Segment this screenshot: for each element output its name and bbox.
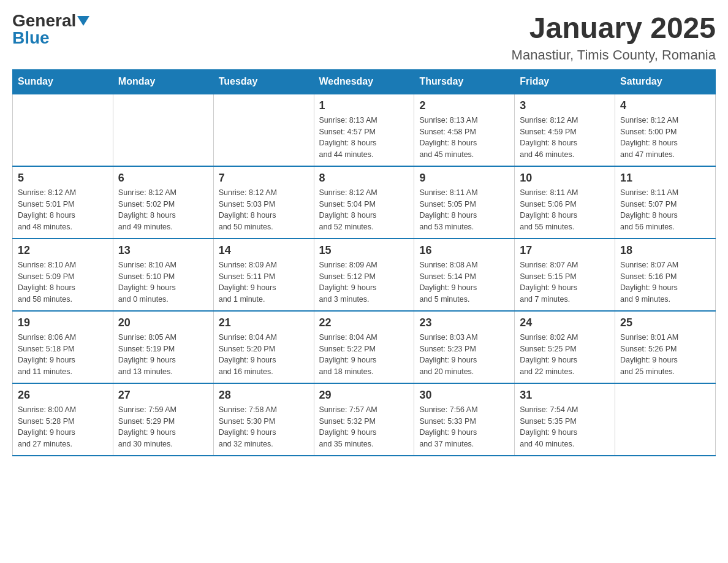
day-info: Sunrise: 7:59 AMSunset: 5:29 PMDaylight:… (118, 404, 208, 450)
day-info: Sunrise: 8:10 AMSunset: 5:10 PMDaylight:… (118, 259, 208, 305)
calendar-cell: 4Sunrise: 8:12 AMSunset: 5:00 PMDaylight… (615, 94, 716, 166)
logo-triangle-icon (77, 16, 89, 26)
weekday-header-saturday: Saturday (615, 69, 716, 94)
calendar-cell: 28Sunrise: 7:58 AMSunset: 5:30 PMDayligh… (213, 383, 314, 456)
calendar-cell: 7Sunrise: 8:12 AMSunset: 5:03 PMDaylight… (213, 166, 314, 239)
day-info: Sunrise: 8:10 AMSunset: 5:09 PMDaylight:… (18, 259, 108, 305)
logo-general-text: General (12, 12, 76, 29)
day-info: Sunrise: 8:09 AMSunset: 5:12 PMDaylight:… (319, 259, 409, 305)
weekday-header-friday: Friday (515, 69, 615, 94)
title-section: January 2025 Manastiur, Timis County, Ro… (512, 12, 716, 63)
calendar-week-row: 26Sunrise: 8:00 AMSunset: 5:28 PMDayligh… (13, 383, 716, 456)
day-number: 25 (620, 316, 710, 329)
location-title: Manastiur, Timis County, Romania (512, 47, 716, 63)
day-number: 9 (419, 172, 509, 185)
day-number: 8 (319, 172, 409, 185)
day-info: Sunrise: 7:56 AMSunset: 5:33 PMDaylight:… (419, 404, 509, 450)
day-number: 2 (419, 99, 509, 112)
day-info: Sunrise: 8:05 AMSunset: 5:19 PMDaylight:… (118, 332, 208, 378)
weekday-header-monday: Monday (113, 69, 213, 94)
day-number: 26 (18, 389, 108, 402)
day-number: 29 (319, 389, 409, 402)
day-info: Sunrise: 7:58 AMSunset: 5:30 PMDaylight:… (219, 404, 309, 450)
calendar-cell: 14Sunrise: 8:09 AMSunset: 5:11 PMDayligh… (213, 239, 314, 311)
weekday-header-sunday: Sunday (13, 69, 113, 94)
calendar-cell: 10Sunrise: 8:11 AMSunset: 5:06 PMDayligh… (515, 166, 615, 239)
day-number: 6 (118, 172, 208, 185)
calendar-cell: 17Sunrise: 8:07 AMSunset: 5:15 PMDayligh… (515, 239, 615, 311)
calendar-cell: 26Sunrise: 8:00 AMSunset: 5:28 PMDayligh… (13, 383, 113, 456)
day-info: Sunrise: 8:08 AMSunset: 5:14 PMDaylight:… (419, 259, 509, 305)
day-number: 24 (520, 316, 610, 329)
calendar-cell: 18Sunrise: 8:07 AMSunset: 5:16 PMDayligh… (615, 239, 716, 311)
calendar-cell: 29Sunrise: 7:57 AMSunset: 5:32 PMDayligh… (314, 383, 414, 456)
calendar-week-row: 19Sunrise: 8:06 AMSunset: 5:18 PMDayligh… (13, 311, 716, 383)
day-number: 31 (520, 389, 610, 402)
calendar-cell: 6Sunrise: 8:12 AMSunset: 5:02 PMDaylight… (113, 166, 213, 239)
calendar-cell: 13Sunrise: 8:10 AMSunset: 5:10 PMDayligh… (113, 239, 213, 311)
day-info: Sunrise: 8:13 AMSunset: 4:58 PMDaylight:… (419, 115, 509, 161)
weekday-header-wednesday: Wednesday (314, 69, 414, 94)
weekday-header-row: SundayMondayTuesdayWednesdayThursdayFrid… (13, 69, 716, 94)
day-number: 18 (620, 244, 710, 257)
day-info: Sunrise: 8:04 AMSunset: 5:20 PMDaylight:… (219, 332, 309, 378)
day-number: 27 (118, 389, 208, 402)
calendar-cell: 23Sunrise: 8:03 AMSunset: 5:23 PMDayligh… (414, 311, 515, 383)
day-info: Sunrise: 8:06 AMSunset: 5:18 PMDaylight:… (18, 332, 108, 378)
calendar-cell: 22Sunrise: 8:04 AMSunset: 5:22 PMDayligh… (314, 311, 414, 383)
day-number: 7 (219, 172, 309, 185)
day-info: Sunrise: 8:12 AMSunset: 5:03 PMDaylight:… (219, 187, 309, 233)
day-number: 12 (18, 244, 108, 257)
day-number: 22 (319, 316, 409, 329)
calendar-week-row: 1Sunrise: 8:13 AMSunset: 4:57 PMDaylight… (13, 94, 716, 166)
day-info: Sunrise: 8:00 AMSunset: 5:28 PMDaylight:… (18, 404, 108, 450)
calendar-cell: 15Sunrise: 8:09 AMSunset: 5:12 PMDayligh… (314, 239, 414, 311)
day-info: Sunrise: 8:12 AMSunset: 4:59 PMDaylight:… (520, 115, 610, 161)
day-info: Sunrise: 8:11 AMSunset: 5:06 PMDaylight:… (520, 187, 610, 233)
weekday-header-tuesday: Tuesday (213, 69, 314, 94)
day-number: 17 (520, 244, 610, 257)
calendar-cell: 11Sunrise: 8:11 AMSunset: 5:07 PMDayligh… (615, 166, 716, 239)
day-number: 20 (118, 316, 208, 329)
logo-blue-text: Blue (12, 29, 50, 47)
day-info: Sunrise: 8:13 AMSunset: 4:57 PMDaylight:… (319, 115, 409, 161)
day-number: 28 (219, 389, 309, 402)
day-number: 30 (419, 389, 509, 402)
calendar-cell: 5Sunrise: 8:12 AMSunset: 5:01 PMDaylight… (13, 166, 113, 239)
calendar-cell: 27Sunrise: 7:59 AMSunset: 5:29 PMDayligh… (113, 383, 213, 456)
calendar-cell (113, 94, 213, 166)
day-info: Sunrise: 7:57 AMSunset: 5:32 PMDaylight:… (319, 404, 409, 450)
day-info: Sunrise: 8:03 AMSunset: 5:23 PMDaylight:… (419, 332, 509, 378)
calendar-cell: 1Sunrise: 8:13 AMSunset: 4:57 PMDaylight… (314, 94, 414, 166)
calendar-cell: 8Sunrise: 8:12 AMSunset: 5:04 PMDaylight… (314, 166, 414, 239)
calendar-cell: 30Sunrise: 7:56 AMSunset: 5:33 PMDayligh… (414, 383, 515, 456)
logo: General Blue (12, 12, 89, 47)
calendar-cell: 24Sunrise: 8:02 AMSunset: 5:25 PMDayligh… (515, 311, 615, 383)
day-number: 23 (419, 316, 509, 329)
calendar-cell: 21Sunrise: 8:04 AMSunset: 5:20 PMDayligh… (213, 311, 314, 383)
day-info: Sunrise: 8:07 AMSunset: 5:16 PMDaylight:… (620, 259, 710, 305)
day-info: Sunrise: 8:02 AMSunset: 5:25 PMDaylight:… (520, 332, 610, 378)
day-number: 16 (419, 244, 509, 257)
day-info: Sunrise: 8:12 AMSunset: 5:04 PMDaylight:… (319, 187, 409, 233)
day-info: Sunrise: 8:04 AMSunset: 5:22 PMDaylight:… (319, 332, 409, 378)
calendar-table: SundayMondayTuesdayWednesdayThursdayFrid… (12, 69, 716, 456)
day-number: 14 (219, 244, 309, 257)
day-info: Sunrise: 8:11 AMSunset: 5:05 PMDaylight:… (419, 187, 509, 233)
calendar-cell: 25Sunrise: 8:01 AMSunset: 5:26 PMDayligh… (615, 311, 716, 383)
day-info: Sunrise: 8:01 AMSunset: 5:26 PMDaylight:… (620, 332, 710, 378)
day-info: Sunrise: 8:12 AMSunset: 5:01 PMDaylight:… (18, 187, 108, 233)
calendar-cell: 16Sunrise: 8:08 AMSunset: 5:14 PMDayligh… (414, 239, 515, 311)
calendar-cell: 2Sunrise: 8:13 AMSunset: 4:58 PMDaylight… (414, 94, 515, 166)
day-number: 15 (319, 244, 409, 257)
weekday-header-thursday: Thursday (414, 69, 515, 94)
calendar-cell: 31Sunrise: 7:54 AMSunset: 5:35 PMDayligh… (515, 383, 615, 456)
day-number: 13 (118, 244, 208, 257)
day-info: Sunrise: 8:11 AMSunset: 5:07 PMDaylight:… (620, 187, 710, 233)
calendar-cell (213, 94, 314, 166)
day-number: 19 (18, 316, 108, 329)
day-number: 4 (620, 99, 710, 112)
calendar-cell: 19Sunrise: 8:06 AMSunset: 5:18 PMDayligh… (13, 311, 113, 383)
calendar-cell (615, 383, 716, 456)
calendar-week-row: 5Sunrise: 8:12 AMSunset: 5:01 PMDaylight… (13, 166, 716, 239)
